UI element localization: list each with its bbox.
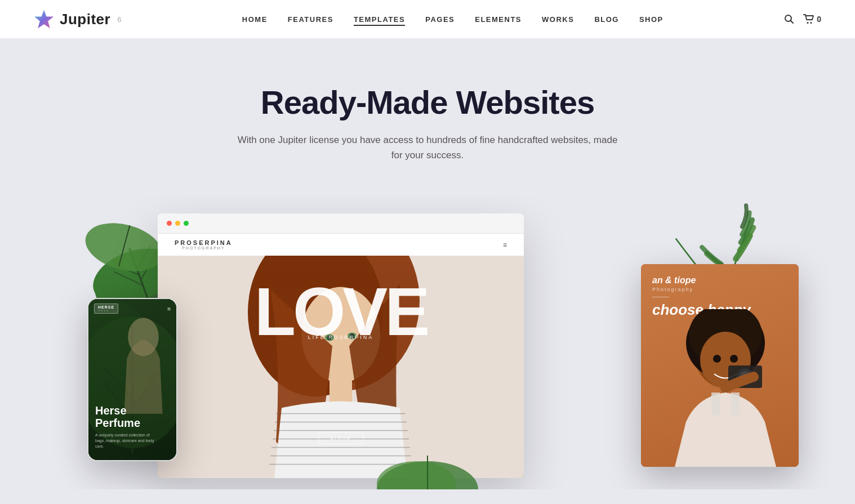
navigation: Jupiter6 HOME FEATURES TEMPLATES PAGES E… bbox=[0, 0, 855, 38]
nav-shop[interactable]: SHOP bbox=[639, 15, 663, 24]
nav-actions: 0 bbox=[784, 14, 821, 24]
svg-point-43 bbox=[730, 355, 738, 363]
site-menu-icon: ≡ bbox=[503, 241, 507, 249]
cart-icon[interactable]: 0 bbox=[803, 14, 821, 24]
phone-nav-bar: HERSE ✦ ✦ ✦ ✦ ≡ bbox=[88, 299, 176, 318]
phone-mockup: HERSE ✦ ✦ ✦ ✦ ≡ HersePerfume A uniquely … bbox=[87, 298, 177, 461]
love-subtitle: LIFE ROSERPINA bbox=[308, 334, 374, 340]
phone-content: HersePerfume A uniquely curated collecti… bbox=[95, 404, 157, 449]
nav-home[interactable]: HOME bbox=[242, 15, 268, 24]
logo-star-icon bbox=[34, 9, 54, 29]
svg-point-3 bbox=[807, 22, 809, 24]
svg-rect-48 bbox=[711, 393, 720, 415]
svg-line-8 bbox=[114, 264, 142, 293]
hero-section: Ready-Made Websites With one Jupiter lic… bbox=[0, 38, 855, 197]
site-brand-sub: PHOTOGRAPHY bbox=[175, 246, 233, 250]
nav-pages[interactable]: PAGES bbox=[425, 15, 455, 24]
card-divider bbox=[652, 297, 669, 297]
svg-line-10 bbox=[115, 259, 139, 282]
browser-hero-area: LOVE LIFE ROSERPINA ALBUM bbox=[158, 256, 524, 478]
svg-point-4 bbox=[811, 22, 812, 24]
showcase-section: HERSE ✦ ✦ ✦ ✦ ≡ HersePerfume A uniquely … bbox=[0, 197, 855, 489]
phone-menu-icon: ≡ bbox=[167, 306, 171, 312]
card-inner: an & tiope Photography choose happy bbox=[641, 264, 799, 467]
phone-title: HersePerfume bbox=[95, 404, 157, 429]
logo-version: 6 bbox=[117, 15, 121, 24]
svg-point-42 bbox=[713, 355, 721, 363]
browser-content: PROSERPINA PHOTOGRAPHY ≡ bbox=[158, 234, 524, 478]
hero-title: Ready-Made Websites bbox=[11, 83, 844, 121]
nav-blog[interactable]: BLOG bbox=[594, 15, 619, 24]
love-album-btn[interactable]: ALBUM bbox=[318, 432, 363, 444]
svg-marker-0 bbox=[34, 10, 54, 28]
nav-works[interactable]: WORKS bbox=[542, 15, 574, 24]
nav-templates[interactable]: TEMPLATES bbox=[354, 15, 405, 26]
browser-mockup: PROSERPINA PHOTOGRAPHY ≡ bbox=[158, 213, 524, 478]
nav-elements[interactable]: ELEMENTS bbox=[475, 15, 522, 24]
search-icon[interactable] bbox=[784, 14, 794, 24]
phone-brand: HERSE ✦ ✦ ✦ ✦ bbox=[94, 304, 118, 314]
card-mockup: an & tiope Photography choose happy bbox=[641, 264, 799, 467]
svg-line-13 bbox=[119, 226, 130, 266]
logo[interactable]: Jupiter6 bbox=[34, 9, 121, 29]
card-brand: an & tiope Photography bbox=[652, 275, 787, 292]
nav-links: HOME FEATURES TEMPLATES PAGES ELEMENTS W… bbox=[242, 14, 663, 24]
svg-point-12 bbox=[80, 216, 168, 280]
cart-count: 0 bbox=[817, 15, 821, 24]
nav-features[interactable]: FEATURES bbox=[288, 15, 333, 24]
phone-subtitle: A uniquely curated collection of bags, m… bbox=[95, 432, 157, 449]
browser-site-nav: PROSERPINA PHOTOGRAPHY ≡ bbox=[158, 234, 524, 256]
site-brand: PROSERPINA bbox=[175, 239, 233, 246]
svg-line-7 bbox=[130, 248, 149, 301]
browser-toolbar bbox=[158, 213, 524, 234]
hero-subtitle: With one Jupiter license you have access… bbox=[236, 132, 619, 163]
svg-line-11 bbox=[131, 247, 155, 270]
logo-name: Jupiter bbox=[60, 11, 110, 28]
svg-rect-49 bbox=[731, 393, 740, 415]
svg-line-2 bbox=[791, 21, 794, 24]
